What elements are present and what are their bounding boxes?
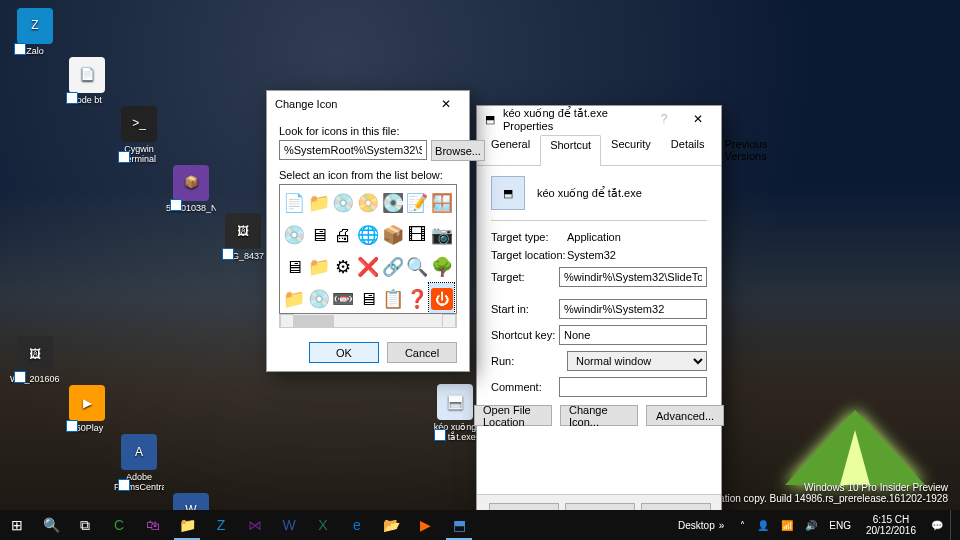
taskbar[interactable]: ⊞🔍⧉C🛍📁Z⋈WXe📂▶⬒ Desktop» ˄ 👤 📶 🔊 ENG 6:15… — [0, 510, 960, 540]
browse-button[interactable]: Browse... — [431, 140, 485, 161]
icon-choice[interactable]: 🖥 — [282, 251, 307, 283]
icon-choice[interactable]: 📦 — [380, 219, 405, 251]
icon-choice[interactable]: ⏻ — [429, 283, 454, 314]
taskbar-folder[interactable]: 📂 — [374, 510, 408, 540]
icon-choice[interactable]: 🖨 — [331, 219, 356, 251]
run-label: Run: — [491, 355, 567, 367]
taskbar-excel[interactable]: X — [306, 510, 340, 540]
taskbar-word[interactable]: W — [272, 510, 306, 540]
target-type-value: Application — [567, 231, 621, 243]
icon-choice[interactable]: 💽 — [380, 187, 405, 219]
icon-glyph: 📄 — [69, 57, 105, 93]
comment-label: Comment: — [491, 381, 559, 393]
taskbar-app[interactable]: ▶ — [408, 510, 442, 540]
tab-shortcut[interactable]: Shortcut — [540, 135, 601, 166]
change-icon-window[interactable]: Change Icon ✕ Look for icons in this fil… — [266, 90, 470, 372]
target-location-label: Target location: — [491, 249, 567, 261]
desktop-icon[interactable]: 🖼IMG_8437 — [218, 213, 268, 262]
application-icon: ⬒ — [437, 384, 473, 420]
titlebar[interactable]: Change Icon ✕ — [267, 91, 469, 117]
icon-choice[interactable]: 📁 — [307, 251, 332, 283]
tab-security[interactable]: Security — [601, 134, 661, 165]
run-select[interactable]: Normal window — [567, 351, 707, 371]
tab-details[interactable]: Details — [661, 134, 715, 165]
icon-glyph: ▶ — [69, 385, 105, 421]
system-tray[interactable]: Desktop» ˄ 👤 📶 🔊 ENG 6:15 CH 20/12/2016 … — [673, 510, 960, 540]
start-in-field[interactable] — [559, 299, 707, 319]
icon-choice[interactable]: 📼 — [331, 283, 356, 314]
taskbar-explorer[interactable]: 📁 — [170, 510, 204, 540]
desktop-icon[interactable]: AAdobe FormsCentral — [114, 434, 164, 493]
shortcut-large-icon: ⬒ — [491, 176, 525, 210]
icon-choice[interactable]: 🪟 — [429, 187, 454, 219]
icon-choice[interactable]: 📷 — [429, 219, 454, 251]
tab-general[interactable]: General — [481, 134, 540, 165]
desktop-icon[interactable]: 📄code bt — [62, 57, 112, 106]
cancel-button[interactable]: Cancel — [387, 342, 457, 363]
desktop-icon[interactable]: ▶360Play — [62, 385, 112, 434]
tray-chevron-up-icon[interactable]: ˄ — [735, 510, 750, 540]
network-icon[interactable]: 📶 — [776, 510, 798, 540]
taskbar-edge[interactable]: e — [340, 510, 374, 540]
titlebar[interactable]: ⬒ kéo xuống để tắt.exe Properties ? ✕ — [477, 106, 721, 132]
icon-choice[interactable]: 🖥 — [307, 219, 332, 251]
taskbar-props[interactable]: ⬒ — [442, 510, 476, 540]
people-icon[interactable]: 👤 — [752, 510, 774, 540]
desktop-icon[interactable]: >_Cygwin Terminal — [114, 106, 164, 165]
open-file-location-button[interactable]: Open File Location — [474, 405, 552, 426]
taskbar-taskview[interactable]: ⧉ — [68, 510, 102, 540]
close-button[interactable]: ✕ — [429, 93, 463, 115]
icon-choice[interactable]: 🖥 — [356, 283, 381, 314]
icon-choice[interactable]: ❓ — [405, 283, 430, 314]
icon-label: 51101038_N… — [166, 204, 216, 214]
desktop-icon[interactable]: 📦51101038_N… — [166, 165, 216, 214]
icon-list[interactable]: 📄📁💿📀💽📝🪟💿🖥🖨🌐📦🎞📷🖥📁⚙❌🔗🔍🌳📁💿📼🖥📋❓⏻ — [279, 184, 457, 314]
icon-choice[interactable]: 📝 — [405, 187, 430, 219]
close-button[interactable]: ✕ — [681, 108, 715, 130]
show-desktop-button[interactable] — [950, 510, 956, 540]
icon-label: WP_201606… — [10, 375, 60, 385]
taskbar-vs[interactable]: ⋈ — [238, 510, 272, 540]
icon-choice[interactable]: 📁 — [307, 187, 332, 219]
taskbar-coccoc[interactable]: C — [102, 510, 136, 540]
taskbar-start[interactable]: ⊞ — [0, 510, 34, 540]
icon-label: kéo xuống để tắt.exe — [430, 423, 480, 443]
desktop-icon-shortcut-exe[interactable]: ⬒ kéo xuống để tắt.exe — [430, 384, 480, 443]
icon-choice[interactable]: 📁 — [282, 283, 307, 314]
taskbar-search[interactable]: 🔍 — [34, 510, 68, 540]
help-button[interactable]: ? — [647, 108, 681, 130]
icon-choice[interactable]: 🌐 — [356, 219, 381, 251]
icon-choice[interactable]: 🎞 — [405, 219, 430, 251]
icon-choice[interactable]: 📄 — [282, 187, 307, 219]
icon-choice[interactable]: ⚙ — [331, 251, 356, 283]
desktop-icon[interactable]: 🖼WP_201606… — [10, 336, 60, 385]
icon-choice[interactable]: 📋 — [380, 283, 405, 314]
ok-button[interactable]: OK — [309, 342, 379, 363]
icon-choice[interactable]: 💿 — [282, 219, 307, 251]
language-indicator[interactable]: ENG — [824, 510, 856, 540]
taskbar-zalo[interactable]: Z — [204, 510, 238, 540]
desktop-icon[interactable]: ZZalo — [10, 8, 60, 57]
clock[interactable]: 6:15 CH 20/12/2016 — [858, 510, 924, 540]
icon-choice[interactable]: ❌ — [356, 251, 381, 283]
tab-previous-versions[interactable]: Previous Versions — [714, 134, 777, 165]
properties-window[interactable]: ⬒ kéo xuống để tắt.exe Properties ? ✕ Ge… — [476, 105, 722, 533]
icon-choice[interactable]: 🔗 — [380, 251, 405, 283]
taskbar-store[interactable]: 🛍 — [136, 510, 170, 540]
advanced-button[interactable]: Advanced... — [646, 405, 724, 426]
comment-field[interactable] — [559, 377, 707, 397]
icon-choice[interactable]: 📀 — [356, 187, 381, 219]
icon-label: Adobe FormsCentral — [114, 473, 164, 493]
desktop-toolbar[interactable]: Desktop» — [673, 510, 733, 540]
icon-choice[interactable]: 💿 — [331, 187, 356, 219]
horizontal-scrollbar[interactable] — [279, 314, 457, 328]
action-center-icon[interactable]: 💬 — [926, 510, 948, 540]
icon-choice[interactable]: 🔍 — [405, 251, 430, 283]
volume-icon[interactable]: 🔊 — [800, 510, 822, 540]
icon-path-field[interactable] — [279, 140, 427, 160]
shortcut-key-field[interactable] — [559, 325, 707, 345]
icon-choice[interactable]: 🌳 — [429, 251, 454, 283]
change-icon-button[interactable]: Change Icon... — [560, 405, 638, 426]
icon-choice[interactable]: 💿 — [307, 283, 332, 314]
target-field[interactable] — [559, 267, 707, 287]
